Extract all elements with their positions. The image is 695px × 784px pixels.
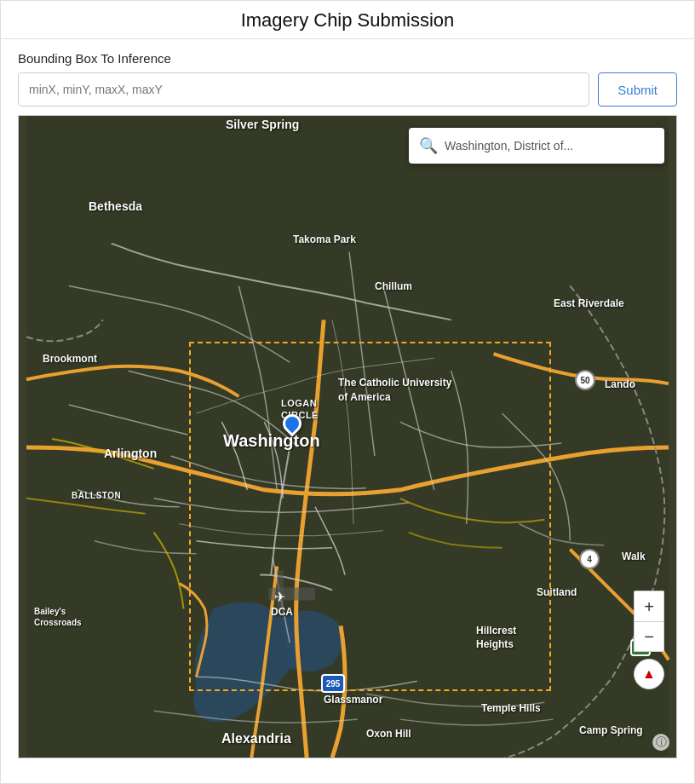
zoom-in-button[interactable]: + <box>634 591 664 621</box>
map-info-button[interactable]: ⓘ <box>652 734 669 751</box>
map-background <box>19 116 676 758</box>
north-button[interactable]: ▲ <box>634 659 664 689</box>
page-title: Imagery Chip Submission <box>18 9 677 32</box>
search-icon: 🔍 <box>419 136 438 155</box>
map-roads-svg <box>19 116 676 758</box>
map-zoom-controls: + − ▲ <box>634 591 664 689</box>
form-row: Submit <box>18 72 677 107</box>
form-section: Bounding Box To Inference Submit <box>1 39 694 115</box>
page-container: Imagery Chip Submission Bounding Box To … <box>0 0 695 784</box>
map-container[interactable]: Washington Arlington Bethesda Silver Spr… <box>18 115 677 758</box>
bbox-input[interactable] <box>18 72 589 107</box>
pin-circle <box>279 410 305 436</box>
highway-shield-50: 50 <box>575 370 595 390</box>
header: Imagery Chip Submission <box>1 1 694 39</box>
svg-rect-1 <box>26 116 669 758</box>
airport-icon: ✈ <box>274 589 285 605</box>
highway-shield-4: 4 <box>579 549 600 569</box>
location-pin <box>283 414 302 433</box>
north-arrow: ▲ <box>642 666 656 682</box>
submit-button[interactable]: Submit <box>598 72 677 107</box>
bbox-label: Bounding Box To Inference <box>18 51 677 66</box>
map-search-text: Washington, District of... <box>445 139 654 153</box>
map-search-box[interactable]: 🔍 Washington, District of... <box>409 128 664 164</box>
zoom-out-button[interactable]: − <box>634 621 664 652</box>
highway-shield-295: 295 <box>321 674 345 693</box>
